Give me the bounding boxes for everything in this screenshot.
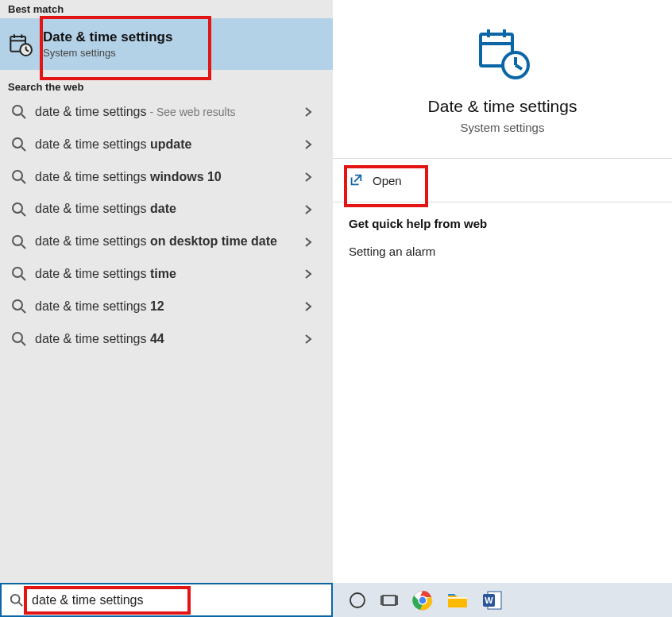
taskbar-search-box[interactable]	[0, 583, 333, 617]
search-icon	[10, 593, 24, 607]
web-result-item[interactable]: date & time settings 12	[0, 291, 333, 323]
web-result-item[interactable]: date & time settings - See web results	[0, 96, 333, 129]
highlight-annotation	[40, 16, 211, 80]
chrome-icon[interactable]	[412, 590, 433, 611]
task-view-icon[interactable]	[380, 592, 398, 609]
chevron-right-icon	[303, 334, 314, 345]
preview-subtitle: System settings	[341, 121, 664, 134]
word-icon[interactable]: W	[482, 590, 503, 611]
svg-line-12	[21, 179, 25, 183]
svg-line-18	[21, 276, 25, 280]
cortana-icon[interactable]	[349, 592, 366, 609]
highlight-annotation	[344, 165, 428, 207]
chevron-right-icon	[303, 106, 314, 118]
web-result-label: date & time settings time	[35, 266, 298, 283]
svg-point-13	[13, 203, 22, 213]
svg-point-19	[13, 300, 22, 310]
svg-line-31	[19, 602, 23, 606]
search-icon	[11, 266, 27, 282]
web-result-item[interactable]: date & time settings windows 10	[0, 161, 333, 194]
date-time-icon	[474, 24, 531, 81]
web-result-label: date & time settings - See web results	[35, 104, 298, 121]
svg-rect-33	[383, 596, 396, 605]
web-results-list: date & time settings - See web results d…	[0, 96, 333, 583]
search-icon	[11, 202, 27, 218]
web-result-label: date & time settings on desktop time dat…	[35, 233, 298, 250]
svg-point-21	[13, 333, 22, 342]
chevron-right-icon	[303, 268, 314, 280]
svg-line-16	[21, 245, 25, 249]
svg-point-17	[13, 268, 22, 277]
web-result-label: date & time settings date	[35, 201, 298, 218]
open-action[interactable]: Open	[333, 159, 672, 202]
highlight-annotation	[24, 586, 191, 615]
svg-point-15	[13, 236, 22, 245]
search-icon	[11, 331, 27, 347]
search-icon	[11, 234, 27, 250]
svg-line-22	[21, 341, 25, 345]
svg-point-7	[13, 106, 22, 115]
chevron-right-icon	[303, 204, 314, 215]
help-title: Get quick help from web	[349, 217, 656, 230]
svg-point-32	[350, 593, 365, 607]
web-result-item[interactable]: date & time settings on desktop time dat…	[0, 226, 333, 258]
preview-panel: Date & time settings System settings Ope…	[333, 0, 672, 583]
svg-line-8	[21, 114, 25, 118]
svg-line-20	[21, 309, 25, 313]
svg-point-38	[419, 596, 427, 604]
taskbar: W	[0, 583, 672, 617]
search-results-panel: Best match Date & time settings System s…	[0, 0, 333, 583]
web-result-label: date & time settings 12	[35, 299, 298, 315]
svg-line-14	[21, 212, 25, 216]
web-result-label: date & time settings update	[35, 137, 298, 153]
svg-rect-39	[448, 597, 467, 599]
svg-text:W: W	[485, 596, 493, 605]
chevron-right-icon	[303, 139, 314, 150]
chevron-right-icon	[303, 301, 314, 312]
search-icon	[11, 299, 27, 314]
date-time-icon	[8, 32, 33, 57]
search-icon	[11, 104, 27, 120]
web-result-label: date & time settings windows 10	[35, 169, 298, 186]
svg-point-11	[13, 171, 22, 180]
web-result-item[interactable]: date & time settings time	[0, 258, 333, 291]
web-result-label: date & time settings 44	[35, 331, 298, 348]
chevron-right-icon	[303, 237, 314, 248]
best-match-result[interactable]: Date & time settings System settings	[0, 18, 333, 70]
svg-point-30	[11, 594, 20, 603]
svg-point-9	[13, 138, 22, 148]
web-result-item[interactable]: date & time settings update	[0, 129, 333, 161]
web-result-item[interactable]: date & time settings 44	[0, 323, 333, 356]
preview-title: Date & time settings	[341, 97, 664, 116]
search-icon	[11, 169, 27, 185]
web-result-item[interactable]: date & time settings date	[0, 193, 333, 226]
svg-line-10	[21, 147, 25, 151]
file-explorer-icon[interactable]	[447, 591, 468, 610]
chevron-right-icon	[303, 172, 314, 183]
search-icon	[11, 137, 27, 152]
help-link[interactable]: Setting an alarm	[349, 245, 656, 258]
